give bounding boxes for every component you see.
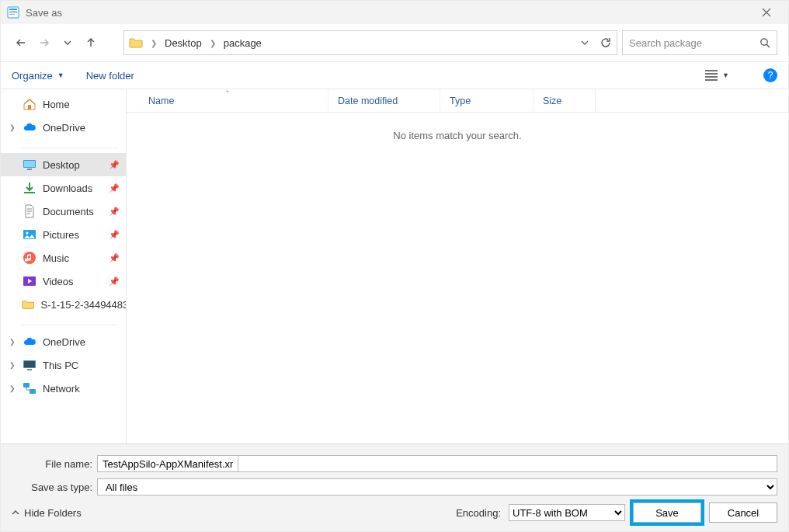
svg-point-11: [26, 232, 29, 235]
column-label: Type: [450, 96, 471, 106]
column-headers: Name⌃ Date modified Type Size: [127, 89, 788, 113]
sidebar-item-sid[interactable]: S-1-15-2-344944837: [1, 293, 126, 316]
expand-icon[interactable]: ❯: [9, 361, 16, 369]
column-type[interactable]: Type: [440, 89, 534, 112]
sidebar-item-network[interactable]: ❯ Network: [1, 377, 126, 400]
hide-folders-button[interactable]: Hide Folders: [12, 507, 82, 519]
svg-rect-6: [28, 105, 31, 110]
sidebar: Home ❯ OneDrive Desktop 📌 Downloads 📌: [1, 89, 127, 443]
cloud-icon: [23, 335, 36, 349]
organize-label: Organize: [12, 70, 53, 82]
arrow-right-icon: [38, 37, 50, 49]
save-button[interactable]: Save: [633, 502, 701, 523]
app-icon: [7, 6, 19, 19]
svg-point-5: [761, 39, 767, 45]
cancel-button[interactable]: Cancel: [709, 502, 777, 523]
sidebar-item-label: OneDrive: [43, 122, 85, 134]
sidebar-item-home[interactable]: Home: [1, 92, 126, 116]
sidebar-item-pictures[interactable]: Pictures 📌: [1, 223, 126, 246]
new-folder-button[interactable]: New folder: [86, 70, 134, 82]
filename-input[interactable]: [97, 455, 238, 472]
folder-icon: [22, 297, 34, 311]
empty-message: No items match your search.: [127, 113, 788, 141]
sidebar-item-downloads[interactable]: Downloads 📌: [1, 176, 126, 200]
saveastype-label: Save as type:: [12, 482, 97, 493]
svg-rect-3: [9, 12, 17, 13]
sidebar-item-thispc[interactable]: ❯ This PC: [1, 353, 126, 377]
sidebar-item-videos[interactable]: Videos 📌: [1, 269, 126, 293]
breadcrumb[interactable]: Desktop: [165, 37, 202, 49]
pin-icon: 📌: [109, 253, 120, 263]
saveastype-select[interactable]: All files: [97, 478, 777, 495]
column-label: Size: [543, 96, 561, 106]
organize-menu[interactable]: Organize ▼: [12, 70, 64, 82]
expand-icon[interactable]: ❯: [9, 384, 16, 392]
chevron-down-icon[interactable]: [581, 39, 589, 47]
svg-rect-9: [27, 169, 32, 170]
network-icon: [23, 381, 36, 395]
svg-rect-16: [27, 369, 32, 370]
sidebar-item-onedrive[interactable]: ❯ OneDrive: [1, 116, 126, 139]
pin-icon: 📌: [109, 276, 120, 287]
column-label: Date modified: [338, 96, 398, 106]
help-button[interactable]: ?: [763, 68, 777, 82]
filename-label: File name:: [12, 458, 97, 470]
cloud-icon: [23, 120, 36, 134]
bottom-panel: File name: Save as type: All files Hide …: [1, 443, 788, 531]
filename-input-rest[interactable]: [238, 455, 777, 472]
expand-icon[interactable]: ❯: [9, 123, 16, 131]
titlebar: Save as: [1, 1, 788, 24]
svg-rect-15: [24, 361, 35, 367]
recent-button[interactable]: [58, 33, 77, 52]
sidebar-item-label: Downloads: [43, 183, 92, 194]
dropdown-arrow-icon: ▼: [722, 71, 729, 79]
close-button[interactable]: [751, 2, 782, 23]
breadcrumb[interactable]: package: [224, 37, 262, 49]
svg-rect-2: [9, 11, 17, 12]
column-size[interactable]: Size: [534, 89, 596, 112]
music-icon: [23, 251, 36, 265]
toolbar: Organize ▼ New folder ▼ ?: [1, 61, 788, 89]
expand-icon[interactable]: ❯: [9, 338, 16, 346]
computer-icon: [23, 358, 36, 372]
sidebar-item-label: OneDrive: [43, 336, 85, 348]
sidebar-item-label: Pictures: [43, 229, 79, 241]
search-icon: [759, 37, 770, 48]
forward-button[interactable]: [35, 33, 54, 52]
sidebar-item-music[interactable]: Music 📌: [1, 246, 126, 269]
help-icon: ?: [768, 70, 773, 81]
sidebar-item-documents[interactable]: Documents 📌: [1, 200, 126, 223]
sidebar-item-label: S-1-15-2-344944837: [41, 299, 126, 311]
close-icon: [762, 8, 771, 17]
chevron-right-icon: ❯: [210, 39, 216, 47]
save-as-dialog: Save as ❯ Desktop ❯ package Search packa…: [0, 0, 789, 532]
sidebar-item-label: This PC: [43, 360, 78, 371]
svg-rect-4: [9, 14, 15, 15]
back-button[interactable]: [12, 33, 30, 52]
encoding-label: Encoding:: [456, 507, 501, 519]
sidebar-item-label: Documents: [43, 206, 94, 217]
pictures-icon: [23, 228, 36, 242]
up-button[interactable]: [82, 33, 100, 52]
search-input[interactable]: Search package: [622, 30, 777, 55]
download-icon: [23, 181, 36, 195]
view-menu[interactable]: ▼: [705, 70, 729, 81]
address-bar[interactable]: ❯ Desktop ❯ package: [123, 30, 617, 55]
document-icon: [23, 204, 36, 218]
home-icon: [23, 97, 36, 111]
sidebar-item-label: Music: [43, 252, 69, 264]
sidebar-item-onedrive2[interactable]: ❯ OneDrive: [1, 330, 126, 353]
column-name[interactable]: Name⌃: [127, 89, 328, 112]
refresh-icon[interactable]: [600, 37, 612, 49]
pin-icon: 📌: [109, 207, 120, 217]
sidebar-item-label: Network: [43, 383, 80, 395]
folder-icon: [129, 36, 143, 50]
encoding-select[interactable]: UTF-8 with BOM: [509, 504, 625, 521]
sidebar-item-desktop[interactable]: Desktop 📌: [1, 153, 126, 176]
chevron-down-icon: [64, 39, 71, 47]
pin-icon: 📌: [109, 230, 120, 240]
svg-rect-1: [9, 9, 17, 10]
sort-indicator-icon: ⌃: [224, 89, 231, 97]
sidebar-item-label: Videos: [43, 276, 74, 287]
column-date[interactable]: Date modified: [328, 89, 440, 112]
